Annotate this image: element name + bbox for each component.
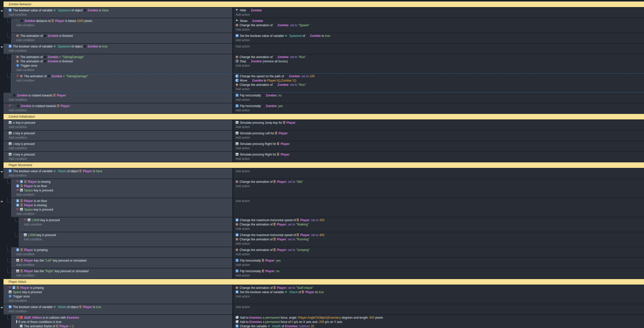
add-condition-link[interactable]: Add condition [11, 79, 232, 83]
add-action-link[interactable]: Add action [234, 157, 644, 161]
action[interactable]: Change the animation of Player: set to "… [234, 248, 644, 252]
condition[interactable]: Player is on floor [11, 184, 232, 188]
action[interactable]: Simulate pressing Jump key for Player [234, 121, 644, 125]
add-condition-link[interactable]: Add condition [4, 108, 232, 113]
add-condition-link[interactable]: Add condition [4, 13, 232, 17]
add-action-link[interactable]: Add action [234, 108, 644, 113]
add-action-link[interactable]: Add action [234, 44, 644, 49]
condition[interactable]: LShift key is pressed [19, 218, 232, 222]
add-action-link[interactable]: Add action [234, 263, 644, 267]
add-condition-link[interactable]: Add condition [11, 193, 232, 197]
action[interactable]: Change the animation of Player: set to "… [234, 286, 644, 290]
action[interactable]: Hide Zombie [234, 8, 644, 13]
add-action-link[interactable]: Add action [234, 13, 644, 17]
condition[interactable]: Player is jumping [4, 286, 232, 290]
add-action-link[interactable]: Add action [234, 227, 644, 231]
condition[interactable]: If one of these conditions is true: [11, 320, 232, 324]
condition[interactable]: Zombie is rotated towards Player [4, 104, 232, 108]
add-condition-link[interactable]: Add condition [19, 237, 232, 242]
add-condition-link[interactable]: Add condition [4, 146, 232, 150]
action[interactable]: Flip horizontally Zombie: no [234, 93, 644, 98]
add-condition-link[interactable]: Add condition [4, 299, 232, 303]
add-action-link[interactable]: Add action [234, 242, 644, 246]
condition[interactable]: Space key is pressed [11, 208, 232, 212]
condition[interactable]: Player is on floor [11, 199, 232, 203]
condition[interactable]: Zombie distance to Player is below 1000 … [11, 19, 232, 23]
condition[interactable]: Player is moving [11, 203, 232, 208]
action[interactable]: Simulate pressing Left for Player [234, 131, 644, 136]
condition[interactable]: The animation frame of Player = 2 [11, 324, 232, 328]
fold-arrow-icon[interactable] [1, 10, 3, 12]
action[interactable]: Change the maximum horizontal speed of P… [234, 218, 644, 222]
action[interactable]: Add to Enemies a permanent force, angle:… [234, 316, 644, 320]
add-action-link[interactable]: Add action [234, 136, 644, 140]
fold-arrow-icon[interactable] [1, 307, 3, 309]
action[interactable]: Change the animation of Player: set to "… [234, 180, 644, 184]
action[interactable]: Stop Zombie (remove all forces) [234, 59, 644, 64]
condition[interactable]: The animation of Zombie is finished [11, 34, 232, 38]
add-action-link[interactable]: Add action [234, 184, 644, 188]
add-condition-link[interactable]: Add condition [4, 125, 232, 129]
add-condition-link[interactable]: Add condition [11, 23, 232, 28]
action[interactable]: Change the animation of Player: set to "… [234, 222, 644, 227]
condition[interactable]: The boolean value of variable Attack of … [4, 169, 232, 173]
condition[interactable]: Space key is pressed [4, 290, 232, 294]
comment-bar[interactable]: Player Attack [4, 279, 644, 285]
add-condition-link[interactable]: Add condition [11, 38, 232, 42]
add-condition-link[interactable]: Add condition [4, 49, 232, 53]
action[interactable]: Flip horizontally Player: no [234, 269, 644, 273]
comment-bar[interactable]: Player Movement [4, 162, 644, 168]
action[interactable]: Flip horizontally Player: yes [234, 259, 644, 263]
action[interactable]: Simulate pressing Right for Player [234, 153, 644, 157]
condition[interactable]: Zombie is rotated towards Player [4, 93, 232, 98]
action[interactable]: Change the maximum horizontal speed of P… [234, 233, 644, 237]
add-action-link[interactable]: Add action [234, 252, 644, 257]
add-action-link[interactable]: Add action [234, 169, 644, 173]
add-condition-link[interactable]: Add condition [4, 173, 232, 178]
add-condition-link[interactable]: Add condition [11, 68, 232, 72]
condition[interactable]: w key is pressed [4, 121, 232, 125]
action[interactable]: Change the variable Health of Enemies: s… [234, 324, 644, 328]
add-action-link[interactable]: Add action [234, 64, 644, 68]
add-condition-link[interactable]: Add condition [4, 136, 232, 140]
action[interactable]: Move Zombie to Player.X();Zombie.Y() [234, 79, 644, 83]
fold-arrow-icon[interactable] [1, 201, 3, 203]
action[interactable]: Add to Enemies a permanent force of 0 p/… [234, 320, 644, 324]
add-action-link[interactable]: Add action [234, 28, 644, 32]
action[interactable]: Flip horizontally Zombie: yes [234, 104, 644, 108]
add-action-link[interactable]: Add action [234, 294, 644, 299]
condition[interactable]: The boolean value of variable Spawned of… [4, 8, 232, 13]
condition[interactable]: Trigger once [11, 64, 232, 68]
action[interactable]: Set the boolean value of variable Spawne… [234, 34, 644, 38]
comment-bar[interactable]: Control Initialization [4, 114, 644, 119]
condition[interactable]: d key is pressed [4, 153, 232, 157]
add-condition-link[interactable]: Add condition [4, 98, 232, 102]
action[interactable]: Set the boolean value of variable Attack… [234, 290, 644, 294]
condition[interactable]: Space key is pressed [11, 188, 232, 193]
add-condition-link[interactable]: Add condition [19, 222, 232, 227]
action[interactable]: Simulate pressing Right for Player [234, 142, 644, 146]
condition[interactable]: a key is pressed [4, 131, 232, 136]
action[interactable]: Change the animation of Zombie: set to "… [234, 55, 644, 59]
add-action-link[interactable]: Add action [234, 125, 644, 129]
add-condition-link[interactable]: Add condition [11, 263, 232, 267]
condition[interactable]: Player has the "Left" key pressed or sim… [11, 259, 232, 263]
comment-bar[interactable]: Zombie Behavior [4, 2, 644, 7]
add-action-link[interactable]: Add action [234, 273, 644, 278]
add-condition-link[interactable]: Add condition [4, 157, 232, 161]
add-condition-link[interactable]: Add condition [4, 309, 232, 314]
add-action-link[interactable]: Add action [234, 305, 644, 309]
action[interactable]: Change the speed on the path of Zombie: … [234, 74, 644, 79]
condition[interactable]: The animation of Zombie = "TakingDamage" [11, 74, 232, 79]
condition[interactable]: Player has the "Right" key pressed or si… [11, 269, 232, 273]
condition[interactable]: Trigger once [4, 294, 232, 299]
add-action-link[interactable]: Add action [234, 98, 644, 102]
add-action-link[interactable]: Add action [234, 146, 644, 150]
add-condition-link[interactable]: Add condition [11, 252, 232, 257]
condition[interactable]: Player is moving [11, 180, 232, 184]
condition[interactable]: s key is pressed [4, 142, 232, 146]
add-condition-link[interactable]: Add condition [11, 273, 232, 278]
add-action-link[interactable]: Add action [234, 199, 644, 203]
condition[interactable]: The boolean value of variable Spawned of… [4, 44, 232, 49]
fold-arrow-icon[interactable] [1, 46, 3, 48]
